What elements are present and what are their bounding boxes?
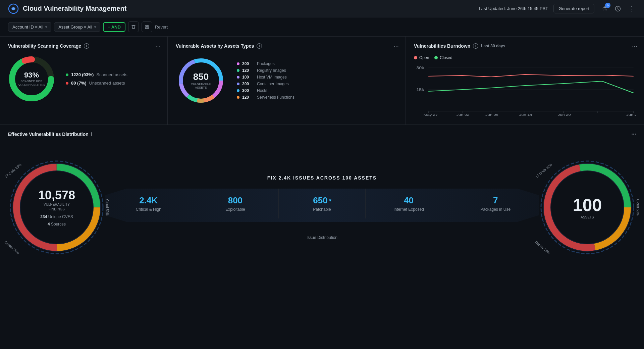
vuln-assets-panel-menu[interactable]: ⋯ xyxy=(393,43,399,50)
header-icons: ⚗ 6 ⋮ xyxy=(600,4,636,13)
save-icon xyxy=(145,24,149,29)
left-big-donut: 17 Code 25% Deploy 25% Cloud 50% xyxy=(8,159,105,256)
right-big-donut: 17 Code 22% Deploy 28% Cloud 50% 100 A xyxy=(539,159,636,256)
svg-line-4 xyxy=(618,9,619,9)
vuln-assets-donut: 850 VULNERABLE ASSETS xyxy=(176,55,226,106)
app-title: Cloud Vulnerability Management xyxy=(23,5,126,12)
distribution-info-icon[interactable]: i xyxy=(91,132,93,137)
chevron-down-icon: ▾ xyxy=(94,25,96,29)
vuln-assets-content: 850 VULNERABLE ASSETS 200 Packages 120 R… xyxy=(176,55,397,106)
scanning-donut: 93% SCANNED FOR VULNERABILITIES xyxy=(8,55,55,102)
account-id-filter[interactable]: Account ID = All ▾ xyxy=(8,22,51,32)
and-button[interactable]: + AND xyxy=(103,22,125,32)
filter-icon-button[interactable]: ⚗ 6 xyxy=(600,4,609,13)
scanning-panel-title: Vulnerability Scanning Coverage i xyxy=(8,43,89,49)
top-panels: Vulnerability Scanning Coverage i ⋯ 93% … xyxy=(0,37,644,125)
revert-button[interactable]: Revert xyxy=(155,24,168,30)
last-updated: Last Updated: June 26th 15:45 PST xyxy=(479,6,548,11)
scanning-info-icon[interactable]: i xyxy=(84,43,89,49)
issue-dist-label: Issue Distribution xyxy=(307,235,337,240)
open-legend: Open xyxy=(414,55,429,60)
ellipsis-icon: ⋮ xyxy=(628,5,634,12)
svg-text:Jun 14: Jun 14 xyxy=(519,113,532,116)
clock-icon-button[interactable] xyxy=(613,4,623,13)
burndown-panel: Vulnerabilities Burndown i Last 30 days … xyxy=(406,37,644,124)
save-filter-button[interactable] xyxy=(142,21,152,32)
legend-container: 200 Container Images xyxy=(237,82,294,86)
scanning-coverage-panel: Vulnerability Scanning Coverage i ⋯ 93% … xyxy=(0,37,168,124)
clock-icon xyxy=(615,6,621,12)
scan-stats: 1220 (93%) Scanned assets 80 (7%) Unscan… xyxy=(66,72,127,86)
svg-text:Jun 20: Jun 20 xyxy=(558,113,571,116)
svg-text:30k: 30k xyxy=(416,66,424,70)
cloud-label-right: Cloud 50% xyxy=(636,199,640,216)
scanning-panel-menu[interactable]: ⋯ xyxy=(155,43,161,50)
legend-packages: 200 Packages xyxy=(237,61,294,66)
scanning-content: 93% SCANNED FOR VULNERABILITIES 1220 (93… xyxy=(8,55,159,102)
asset-legend: 200 Packages 120 Registry Images 100 Hos… xyxy=(237,61,294,100)
cloud-label-left: Cloud 50% xyxy=(105,199,109,216)
metric-internet-exposed: 40 Internet Exposed xyxy=(366,189,452,218)
funnel-middle: FIX 2.4K ISSUES ACROSS 100 ASSETS 2.4K C… xyxy=(105,175,539,240)
svg-text:15k: 15k xyxy=(416,88,424,92)
legend-serverless: 120 Serverless Functions xyxy=(237,95,294,100)
distribution-menu[interactable]: ⋯ xyxy=(631,132,636,137)
vuln-assets-info-icon[interactable]: i xyxy=(257,43,262,49)
svg-text:May 27: May 27 xyxy=(424,113,438,116)
issue-dist-row: Issue Distribution xyxy=(303,235,341,240)
notification-badge: 6 xyxy=(605,3,610,8)
left-donut-center: 10,578 VULNERABILITY FINDINGS 234 Unique… xyxy=(38,188,75,227)
metric-exploitable: 800 Exploitable xyxy=(192,189,279,218)
asset-group-filter[interactable]: Asset Group = All ▾ xyxy=(54,22,100,32)
distribution-area: 17 Code 25% Deploy 25% Cloud 50% xyxy=(8,144,636,271)
legend-hostvm: 100 Host VM Images xyxy=(237,75,294,80)
metric-patchable: 650 ▾ Patchable xyxy=(279,189,366,218)
svg-point-1 xyxy=(12,7,15,10)
burndown-title: Vulnerabilities Burndown i Last 30 days xyxy=(414,43,505,49)
header-left: Cloud Vulnerability Management xyxy=(8,3,126,14)
legend-hosts: 300 Hosts xyxy=(237,88,294,93)
unscanned-stat: 80 (7%) Unscanned assets xyxy=(66,81,127,86)
more-options-button[interactable]: ⋮ xyxy=(627,4,636,13)
svg-text:Jun 02: Jun 02 xyxy=(457,113,470,116)
main-content: Vulnerability Scanning Coverage i ⋯ 93% … xyxy=(0,37,644,278)
chevron-down-icon: ▾ xyxy=(45,25,47,29)
legend-registry: 120 Registry Images xyxy=(237,68,294,73)
svg-text:Jun 26: Jun 26 xyxy=(626,113,636,116)
scanning-donut-label: 93% SCANNED FOR VULNERABILITIES xyxy=(18,71,45,87)
metric-critical-high: 2.4K Critical & High xyxy=(105,189,192,218)
funnel-title: FIX 2.4K ISSUES ACROSS 100 ASSETS xyxy=(267,175,377,181)
svg-text:Jun 06: Jun 06 xyxy=(485,113,498,116)
vuln-assets-center: 850 VULNERABLE ASSETS xyxy=(191,71,211,90)
vulnerable-assets-panel: Vulnerable Assets by Assets Types i ⋯ xyxy=(168,37,406,124)
burndown-info-icon[interactable]: i xyxy=(473,43,478,49)
burndown-panel-menu[interactable]: ⋯ xyxy=(632,43,637,50)
closed-legend: Closed xyxy=(434,55,452,60)
header-right: Last Updated: June 26th 15:45 PST Genera… xyxy=(479,4,636,13)
metric-packages-in-use: 7 Packages in Use xyxy=(452,189,539,218)
right-donut-center: 100 ASSETS xyxy=(573,195,602,220)
funnel-metrics: 2.4K Critical & High 800 Exploitable 650… xyxy=(105,189,539,218)
scanned-stat: 1220 (93%) Scanned assets xyxy=(66,72,127,77)
filter-bar: Account ID = All ▾ Asset Group = All ▾ +… xyxy=(0,17,644,37)
generate-report-button[interactable]: Generate report xyxy=(553,4,594,13)
scanned-dot xyxy=(66,73,68,76)
vuln-assets-title: Vulnerable Assets by Assets Types i xyxy=(176,43,262,49)
distribution-section: Effective Vulnerabilities Distribution i… xyxy=(0,125,644,278)
trash-icon xyxy=(131,24,136,29)
distribution-title: Effective Vulnerabilities Distribution i… xyxy=(8,132,636,137)
unscanned-dot xyxy=(66,82,68,85)
app-logo xyxy=(8,3,19,14)
header: Cloud Vulnerability Management Last Upda… xyxy=(0,0,644,17)
delete-filter-button[interactable] xyxy=(128,21,139,32)
burndown-chart: 30k 15k May 27 Jun 02 Jun 06 Jun 14 Jun … xyxy=(414,63,636,116)
burndown-legend: Open Closed xyxy=(414,55,636,60)
